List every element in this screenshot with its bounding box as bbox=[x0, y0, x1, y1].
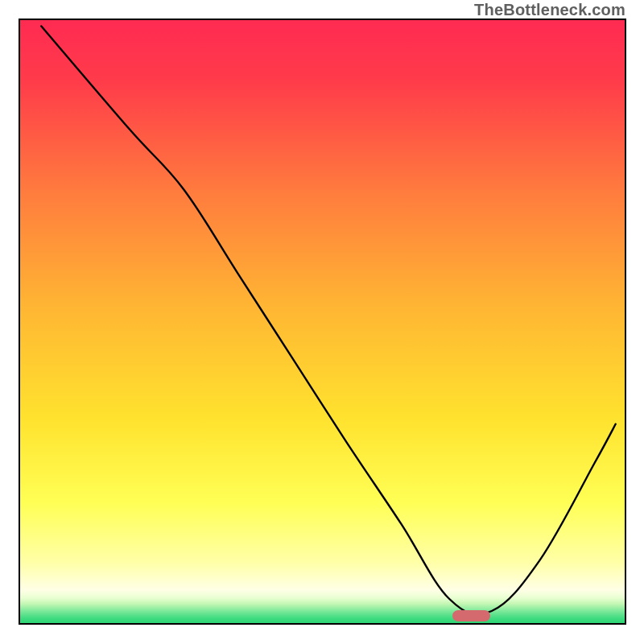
optimal-range-marker bbox=[452, 610, 490, 621]
bottleneck-chart bbox=[20, 20, 625, 623]
gradient-background bbox=[20, 20, 625, 623]
watermark-text: TheBottleneck.com bbox=[474, 1, 625, 19]
